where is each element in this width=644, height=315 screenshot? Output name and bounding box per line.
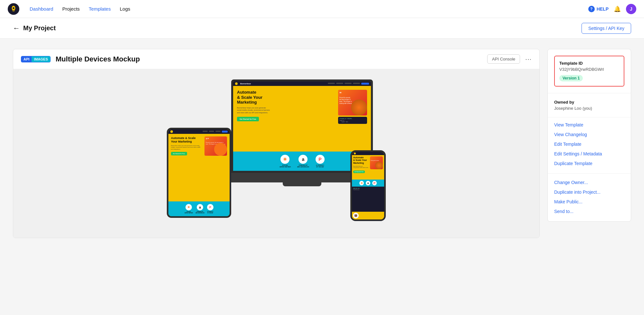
svg-point-1 [13, 7, 14, 9]
template-title: Multiple Devices Mockup [56, 55, 482, 63]
monitor-base [283, 182, 321, 186]
owned-by-label: Owned by [554, 100, 624, 105]
nav-links: Dashboard Projects Templates Logs [30, 6, 578, 12]
make-public-link[interactable]: Make Public... [554, 197, 624, 207]
nav-right: ? HELP 🔔 J [588, 4, 636, 14]
duplicate-into-project-link[interactable]: Duplicate into Project... [554, 187, 624, 197]
page-title: My Project [23, 24, 56, 32]
badge-images: IMAGES [32, 56, 50, 62]
owned-by-section: Owned by Josephine Loo (you) [548, 93, 631, 117]
template-id-section: Template ID V32jY9bBQrwRDBGWrl Version 1 [548, 49, 631, 93]
phone-screen: Automate& Scale YourMarketing Bannerbear… [352, 152, 384, 219]
sidebar-secondary-links: Change Owner... Duplicate into Project..… [548, 175, 631, 221]
navbar: Dashboard Projects Templates Logs ? HELP… [0, 0, 644, 18]
mini-food-image [214, 143, 227, 156]
nav-logs[interactable]: Logs [120, 6, 130, 12]
mock-scene: Automate & Scale Your Marketing Bannerbe… [167, 79, 386, 227]
view-changelog-link[interactable]: View Changelog [554, 130, 624, 139]
header-bar: ← My Project Settings / API Key [0, 18, 644, 39]
sidebar-box: Template ID V32jY9bBQrwRDBGWrl Version 1… [547, 49, 631, 222]
more-options-button[interactable]: ··· [525, 55, 532, 63]
change-owner-link[interactable]: Change Owner... [554, 178, 624, 187]
main-content: API IMAGES Multiple Devices Mockup API C… [0, 39, 644, 248]
nav-projects[interactable]: Projects [62, 6, 80, 12]
badge-api: API [21, 56, 32, 62]
mini-partners-section: ✳ OFFICIALZAPIER PARTNER a POWERED BYAWS… [168, 201, 230, 216]
phone-mockup: Automate& Scale YourMarketing Bannerbear… [350, 150, 386, 221]
duplicate-template-link[interactable]: Duplicate Template [554, 159, 624, 168]
template-id-box: Template ID V32jY9bBQrwRDBGWrl Version 1 [554, 56, 624, 87]
edit-settings-link[interactable]: Edit Settings / Metadata [554, 149, 624, 159]
help-icon: ? [588, 6, 595, 12]
help-label: HELP [597, 6, 609, 12]
mini-hero-body: Bannerbear helps you auto-generate socia… [171, 145, 203, 150]
tablet-screen: Automate & Scale Your Marketing Bannerbe… [168, 129, 230, 216]
app-logo[interactable] [8, 3, 19, 15]
template-card-header: API IMAGES Multiple Devices Mockup API C… [13, 49, 539, 69]
api-console-button[interactable]: API Console [487, 54, 520, 64]
sidebar-primary-links: View Template View Changelog Edit Templa… [548, 117, 631, 172]
version-badge: Version 1 [559, 75, 583, 81]
template-id-value: V32jY9bBQrwRDBGWrl [559, 67, 619, 72]
back-arrow-icon: ← [13, 24, 20, 32]
template-id-label: Template ID [559, 61, 619, 66]
mini-hero-title: Automate & Scale Your Marketing [171, 136, 203, 144]
view-template-link[interactable]: View Template [554, 120, 624, 130]
mini-quote: “” [206, 138, 226, 141]
template-preview: Automate & Scale Your Marketing Bannerbe… [13, 69, 539, 238]
tablet-mockup: Automate & Scale Your Marketing Bannerbe… [167, 128, 231, 218]
back-link[interactable]: ← My Project [13, 24, 56, 32]
sidebar: Template ID V32jY9bBQrwRDBGWrl Version 1… [547, 49, 631, 222]
help-button[interactable]: ? HELP [588, 6, 609, 12]
owned-by-value: Josephine Loo (you) [554, 106, 624, 111]
nav-templates[interactable]: Templates [89, 6, 111, 12]
badge-group: API IMAGES [21, 56, 51, 62]
avatar[interactable]: J [626, 4, 636, 14]
settings-api-key-button[interactable]: Settings / API Key [582, 23, 631, 34]
nav-dashboard[interactable]: Dashboard [30, 6, 53, 12]
notifications-icon[interactable]: 🔔 [614, 5, 621, 13]
mini-cta: Get Started for Free [171, 152, 187, 155]
template-card: API IMAGES Multiple Devices Mockup API C… [13, 49, 540, 238]
send-to-link[interactable]: Send to... [554, 207, 624, 216]
mini-card: “” Pound for pound, the best burger in t… [204, 136, 227, 156]
sidebar-divider [548, 173, 631, 174]
edit-template-link[interactable]: Edit Template [554, 139, 624, 149]
